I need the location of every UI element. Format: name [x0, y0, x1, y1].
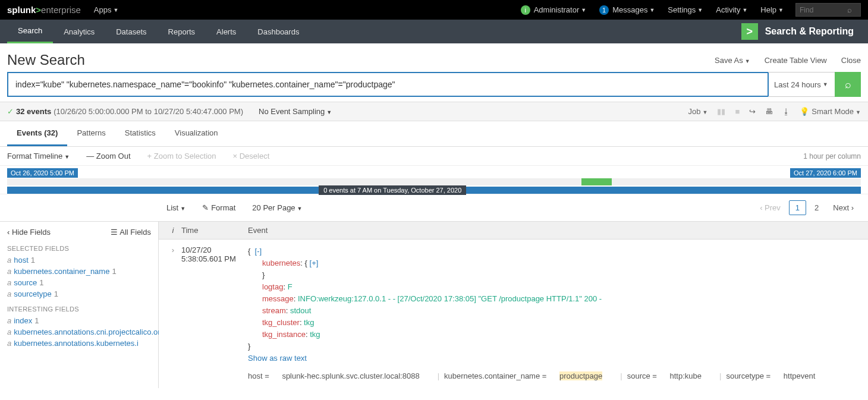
admin-label: Administrator	[534, 5, 580, 14]
print-icon[interactable]: 🖶	[765, 107, 773, 116]
format-timeline-menu[interactable]: Format Timeline▼	[7, 152, 70, 160]
per-page-menu[interactable]: 20 Per Page▼	[252, 203, 302, 212]
caret-down-icon: ▼	[702, 109, 707, 115]
field-item[interactable]: akubernetes.container_name1	[7, 266, 151, 277]
timeline-canvas[interactable]	[7, 178, 861, 185]
json-value[interactable]: F	[288, 282, 293, 291]
zoom-out-button[interactable]: — Zoom Out	[86, 152, 130, 160]
settings-label: Settings	[668, 5, 696, 14]
smart-mode-menu[interactable]: 💡Smart Mode▼	[800, 107, 861, 116]
close-button[interactable]: Close	[841, 56, 861, 65]
search-icon: ⌕	[845, 78, 851, 91]
expand-icon[interactable]: [+]	[310, 259, 319, 267]
nav-analytics[interactable]: Analytics	[53, 20, 105, 43]
timeline[interactable]: Oct 26, 2020 5:00 PM Oct 27, 2020 6:00 P…	[7, 168, 861, 194]
highlighted-value: productpage	[559, 371, 602, 380]
nav-reports[interactable]: Reports	[158, 20, 206, 43]
json-key[interactable]: message	[262, 294, 294, 303]
find-box[interactable]: ⌕	[795, 3, 861, 17]
brand-enterprise: enterprise	[41, 5, 81, 15]
stop-icon[interactable]: ■	[735, 107, 740, 116]
event-row: › 10/27/20 5:38:05.601 PM { [-] kubernet…	[159, 240, 868, 388]
export-icon[interactable]: ⭳	[782, 107, 790, 116]
nav-search[interactable]: Search	[7, 20, 53, 43]
tab-events[interactable]: Events (32)	[7, 121, 67, 146]
caret-down-icon: ▼	[326, 109, 332, 115]
json-value[interactable]: INFO:werkzeug:127.0.0.1 - - [27/Oct/2020…	[298, 294, 602, 303]
expand-toggle[interactable]: ›	[165, 245, 181, 382]
tab-statistics[interactable]: Statistics	[115, 121, 165, 146]
json-key[interactable]: tkg_instance	[262, 330, 306, 339]
search-row: index="kube" "kubernetes.namespace_name"…	[0, 72, 868, 102]
field-item[interactable]: akubernetes.annotations.cni.projectcalic…	[7, 326, 151, 338]
meta-host[interactable]: host = splunk-hec.splunk.svc.cluster.loc…	[248, 370, 430, 382]
show-raw-link[interactable]: Show as raw text	[248, 354, 307, 363]
field-item[interactable]: akubernetes.annotations.kubernetes.i	[7, 338, 151, 349]
global-topbar: splunk>enterprise Apps▼ iAdministrator▼ …	[0, 0, 868, 20]
meta-container-name[interactable]: kubernetes.container_name = productpage	[444, 370, 613, 382]
event-body: { [-] kubernetes: { [+] } logtag: F mess…	[248, 245, 862, 382]
col-time[interactable]: Time	[181, 226, 248, 235]
app-navbar: Search Analytics Datasets Reports Alerts…	[0, 20, 868, 43]
find-input[interactable]	[800, 6, 847, 14]
json-value[interactable]: stdout	[290, 306, 311, 315]
share-icon[interactable]: ↪	[749, 107, 756, 116]
fields-sidebar: ‹ Hide Fields ☰ All Fields SELECTED FIEL…	[0, 222, 159, 388]
json-value[interactable]: tkg	[310, 330, 320, 339]
field-count: 1	[39, 278, 43, 287]
search-input[interactable]: index="kube" "kubernetes.namespace_name"…	[7, 72, 769, 97]
field-item[interactable]: asource1	[7, 277, 151, 288]
caret-down-icon: ▼	[856, 109, 861, 115]
tab-visualization[interactable]: Visualization	[165, 121, 228, 146]
chevron-left-icon: ‹	[760, 203, 765, 212]
nav-alerts[interactable]: Alerts	[206, 20, 247, 43]
apps-menu[interactable]: Apps▼	[94, 5, 119, 14]
page-2[interactable]: 2	[809, 201, 825, 215]
field-name: index	[14, 316, 32, 325]
separator: |	[719, 370, 721, 382]
create-table-view-button[interactable]: Create Table View	[765, 56, 827, 65]
json-key[interactable]: tkg_cluster	[262, 318, 300, 327]
time-range-picker[interactable]: Last 24 hours▼	[768, 72, 835, 97]
all-fields-button[interactable]: ☰ All Fields	[111, 228, 151, 237]
nav-datasets[interactable]: Datasets	[105, 20, 157, 43]
pencil-icon: ✎	[202, 203, 209, 212]
field-count: 1	[112, 267, 116, 276]
settings-menu[interactable]: Settings▼	[668, 5, 703, 14]
results-tabs: Events (32) Patterns Statistics Visualiz…	[0, 121, 868, 147]
next-page-button[interactable]: Next ›	[827, 201, 860, 215]
pause-icon[interactable]: ▮▮	[717, 107, 725, 116]
activity-menu[interactable]: Activity▼	[716, 5, 747, 14]
hide-fields-button[interactable]: ‹ Hide Fields	[7, 228, 51, 237]
pager: ‹ Prev 1 2 Next ›	[753, 200, 861, 215]
json-value[interactable]: tkg	[304, 318, 314, 327]
field-name: kubernetes.container_name	[14, 267, 109, 276]
save-as-button[interactable]: Save As▼	[715, 56, 750, 65]
admin-menu[interactable]: iAdministrator▼	[521, 5, 587, 15]
messages-label: Messages	[612, 5, 647, 14]
search-icon: ⌕	[847, 5, 852, 14]
list-format-menu[interactable]: List▼	[166, 203, 185, 212]
timeline-end-label: Oct 27, 2020 6:00 PM	[790, 168, 861, 178]
json-key[interactable]: kubernetes	[262, 259, 300, 267]
messages-menu[interactable]: 1Messages▼	[599, 5, 655, 15]
event-sampling-menu[interactable]: No Event Sampling▼	[259, 107, 332, 116]
job-menu[interactable]: Job▼	[688, 107, 708, 116]
format-button[interactable]: ✎Format	[202, 203, 235, 212]
collapse-icon[interactable]: [-]	[255, 247, 262, 256]
nav-dashboards[interactable]: Dashboards	[247, 20, 310, 43]
help-menu[interactable]: Help▼	[760, 5, 784, 14]
field-item[interactable]: asourcetype1	[7, 288, 151, 300]
meta-sourcetype[interactable]: sourcetype = httpevent	[726, 370, 826, 382]
tab-patterns[interactable]: Patterns	[67, 121, 115, 146]
caret-down-icon: ▼	[64, 154, 70, 160]
page-1[interactable]: 1	[789, 200, 806, 215]
field-item[interactable]: ahost1	[7, 254, 151, 266]
timeline-bar[interactable]	[581, 178, 611, 185]
json-key[interactable]: stream	[262, 306, 286, 315]
field-item[interactable]: aindex1	[7, 315, 151, 326]
meta-source[interactable]: source = http:kube	[627, 370, 712, 382]
field-type-icon: a	[7, 289, 11, 298]
search-button[interactable]: ⌕	[835, 72, 861, 97]
json-key[interactable]: logtag	[262, 282, 283, 291]
